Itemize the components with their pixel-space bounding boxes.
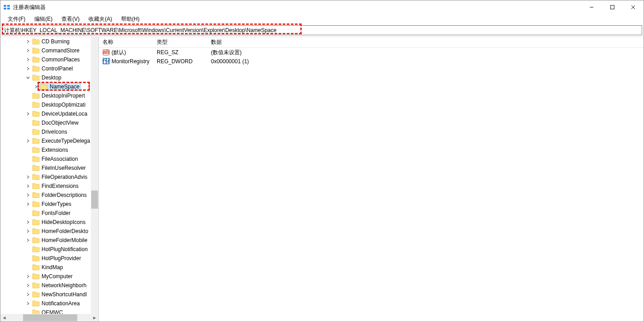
scroll-left-arrow[interactable]: ◄ (0, 314, 8, 322)
close-button[interactable] (623, 0, 644, 14)
tree-item[interactable]: HotPlugProvider (0, 254, 98, 263)
chevron-right-icon[interactable] (25, 47, 31, 54)
tree-item[interactable]: CommonPlaces (0, 55, 98, 64)
chevron-right-icon[interactable] (25, 111, 31, 117)
chevron-down-icon[interactable] (25, 75, 31, 81)
chevron-right-icon[interactable] (25, 56, 31, 63)
address-input[interactable] (2, 25, 642, 35)
chevron-right-icon[interactable] (25, 291, 31, 298)
chevron-right-icon[interactable] (25, 138, 31, 144)
tree-item-label: NotificationArea (42, 300, 80, 307)
chevron-right-icon[interactable] (25, 228, 31, 234)
tree-item[interactable]: NewShortcutHandl (0, 290, 98, 299)
value-row[interactable]: ab(默认)REG_SZ(数值未设置) (99, 48, 644, 57)
tree-item[interactable]: ExecuteTypeDelega (0, 136, 98, 145)
folder-icon (32, 138, 40, 144)
tree-item-label: CommonPlaces (42, 56, 80, 63)
folder-icon (32, 201, 40, 207)
folder-icon (32, 192, 40, 198)
tree-item-label: OEMWC (42, 309, 63, 314)
tree-item-label: DesktopOptimizati (42, 102, 85, 108)
scrollbar-thumb[interactable] (91, 191, 98, 209)
tree-item[interactable]: FolderTypes (0, 200, 98, 209)
chevron-right-icon[interactable] (25, 300, 31, 307)
svg-text:ab: ab (103, 49, 109, 55)
folder-icon (32, 38, 40, 45)
menu-help[interactable]: 帮助(H) (117, 14, 144, 24)
menu-favorites[interactable]: 收藏夹(A) (84, 14, 117, 24)
tree-item[interactable]: Extensions (0, 145, 98, 154)
tree-item[interactable]: HotPlugNotification (0, 245, 98, 254)
folder-icon (32, 56, 40, 63)
menu-view[interactable]: 查看(V) (57, 14, 84, 24)
chevron-right-icon[interactable] (25, 38, 31, 45)
tree-item[interactable]: FileInUseResolver (0, 163, 98, 173)
addressbar-container (0, 24, 644, 37)
chevron-right-icon[interactable] (25, 201, 31, 207)
folder-icon (32, 156, 40, 162)
chevron-right-icon[interactable] (25, 237, 31, 243)
tree-item[interactable]: HideDesktopIcons (0, 218, 98, 227)
tree-item[interactable]: DeviceUpdateLoca (0, 109, 98, 118)
tree-item[interactable]: DriveIcons (0, 127, 98, 136)
scrollbar-thumb[interactable] (23, 314, 77, 321)
tree-item[interactable]: CommandStore (0, 46, 98, 55)
tree-item[interactable]: CD Burning (0, 37, 98, 46)
folder-icon (32, 255, 40, 261)
scroll-right-arrow[interactable]: ► (91, 314, 98, 322)
column-header-data[interactable]: 数据 (207, 38, 644, 46)
menu-edit[interactable]: 编辑(E) (30, 14, 57, 24)
tree-item[interactable]: HomeFolderMobile (0, 236, 98, 245)
value-data: (数值未设置) (207, 49, 644, 56)
tree-item[interactable]: DocObjectView (0, 118, 98, 127)
value-name: MonitorRegistry (112, 58, 149, 65)
titlebar: 注册表编辑器 (0, 0, 644, 14)
chevron-right-icon[interactable] (25, 65, 31, 72)
string-value-icon: ab (103, 49, 110, 56)
chevron-right-icon[interactable] (33, 84, 39, 90)
tree-item[interactable]: FindExtensions (0, 182, 98, 191)
tree-item[interactable]: KindMap (0, 263, 98, 272)
folder-icon (32, 102, 40, 108)
tree-item-label: NewShortcutHandl (42, 291, 87, 298)
tree-item[interactable]: FontsFolder (0, 209, 98, 218)
tree-item[interactable]: ControlPanel (0, 64, 98, 73)
svg-rect-0 (4, 5, 6, 7)
chevron-right-icon[interactable] (25, 174, 31, 180)
tree-item[interactable]: NameSpace (0, 82, 98, 91)
folder-icon (32, 174, 40, 180)
folder-icon (32, 273, 40, 280)
tree-item[interactable]: DesktopOptimizati (0, 100, 98, 109)
tree-item[interactable]: FileAssociation (0, 154, 98, 163)
value-type: REG_DWORD (153, 58, 207, 65)
maximize-button[interactable] (602, 0, 623, 14)
column-header-type[interactable]: 类型 (153, 38, 207, 46)
tree-item[interactable]: HomeFolderDeskto (0, 227, 98, 236)
tree-item[interactable]: NetworkNeighborh (0, 281, 98, 290)
tree-item-label: FileInUseResolver (42, 165, 86, 171)
tree-item[interactable]: Desktop (0, 73, 98, 82)
tree-item[interactable]: MyComputer (0, 272, 98, 281)
folder-icon (32, 264, 40, 271)
chevron-right-icon[interactable] (25, 219, 31, 225)
minimize-button[interactable] (581, 0, 602, 14)
tree-vertical-scrollbar[interactable] (91, 37, 98, 314)
tree-item-label: ControlPanel (42, 65, 73, 72)
tree-item[interactable]: FolderDescriptions (0, 191, 98, 200)
value-row[interactable]: 011110MonitorRegistryREG_DWORD0x00000001… (99, 57, 644, 66)
svg-text:110: 110 (103, 59, 110, 65)
menubar: 文件(F) 编辑(E) 查看(V) 收藏夹(A) 帮助(H) (0, 14, 644, 24)
chevron-right-icon[interactable] (25, 273, 31, 280)
tree-item[interactable]: OEMWC (0, 308, 98, 314)
chevron-right-icon[interactable] (25, 192, 31, 198)
column-header-name[interactable]: 名称 (99, 38, 153, 46)
tree-item[interactable]: NotificationArea (0, 299, 98, 308)
chevron-right-icon[interactable] (25, 183, 31, 189)
tree-item[interactable]: DesktopIniPropert (0, 91, 98, 100)
svg-rect-3 (7, 8, 10, 9)
tree-item-label: FileAssociation (42, 156, 78, 162)
chevron-right-icon[interactable] (25, 282, 31, 289)
tree-horizontal-scrollbar[interactable]: ◄ ► (0, 314, 98, 322)
tree-item[interactable]: FileOperationAdvis (0, 173, 98, 182)
menu-file[interactable]: 文件(F) (3, 14, 30, 24)
